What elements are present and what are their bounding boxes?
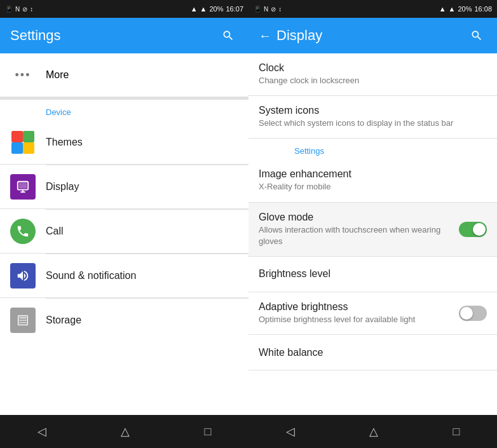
themes-label: Themes bbox=[46, 137, 238, 148]
svg-rect-0 bbox=[11, 131, 23, 142]
right-block-icon: ⊘ bbox=[271, 6, 276, 13]
settings-item-clock[interactable]: Clock Change clock in lockscreen bbox=[248, 53, 497, 96]
right-wifi-icon: ▲ bbox=[439, 5, 446, 13]
right-home-nav[interactable]: △ bbox=[354, 419, 393, 444]
clock-title: Clock bbox=[259, 62, 487, 74]
adaptive-brightness-toggle[interactable] bbox=[459, 306, 487, 321]
right-status-icons: 📱 N ⊘ ↕ bbox=[254, 6, 282, 13]
block-icon: ⊘ bbox=[22, 6, 27, 13]
right-status-right: ▲ ▲ 20% 16:08 bbox=[439, 5, 492, 13]
left-content: ••• More Device Themes bbox=[0, 53, 248, 415]
left-home-nav[interactable]: △ bbox=[106, 419, 145, 444]
themes-icon bbox=[10, 130, 36, 155]
glove-mode-toggle-thumb bbox=[473, 223, 486, 236]
right-nfc-icon: N bbox=[264, 6, 268, 13]
right-signal-icon: ▲ bbox=[449, 5, 456, 13]
sound-icon bbox=[10, 263, 36, 288]
svg-rect-9 bbox=[20, 322, 27, 323]
call-icon bbox=[10, 219, 36, 244]
right-back-nav[interactable]: ◁ bbox=[271, 419, 310, 444]
svg-rect-2 bbox=[11, 142, 23, 154]
system-icons-subtitle: Select which system icons to display in … bbox=[259, 118, 487, 129]
left-time: 16:07 bbox=[226, 5, 243, 13]
more-label: More bbox=[46, 69, 69, 81]
call-label: Call bbox=[46, 226, 238, 237]
nfc-icon: N bbox=[15, 6, 20, 13]
list-item-call[interactable]: Call bbox=[0, 210, 248, 254]
left-status-bar: 📱 N ⊘ ↕ ▲ ▲ 20% 16:07 bbox=[0, 0, 248, 18]
right-panel: 📱 N ⊘ ↕ ▲ ▲ 20% 16:08 ← Display bbox=[248, 0, 497, 448]
left-status-right: ▲ ▲ 20% 16:07 bbox=[191, 5, 243, 13]
more-item[interactable]: ••• More bbox=[0, 53, 248, 97]
adaptive-brightness-toggle-thumb bbox=[460, 307, 473, 320]
sound-label: Sound & notification bbox=[46, 270, 238, 282]
sync-icon: ↕ bbox=[30, 6, 33, 13]
left-search-icon[interactable] bbox=[218, 25, 238, 46]
system-icons-title: System icons bbox=[259, 105, 487, 116]
list-item-display[interactable]: Display bbox=[0, 165, 248, 209]
right-sim-icon: 📱 bbox=[254, 6, 261, 13]
left-app-bar: Settings bbox=[0, 18, 248, 53]
right-recents-nav[interactable]: □ bbox=[437, 420, 475, 444]
settings-item-glove-mode[interactable]: Glove mode Allows interaction with touch… bbox=[248, 203, 497, 257]
left-status-icons: 📱 N ⊘ ↕ bbox=[5, 6, 33, 13]
settings-section-header: Settings bbox=[248, 139, 497, 160]
settings-item-image-enhancement[interactable]: Image enhancement X-Reality for mobile bbox=[248, 160, 497, 202]
list-item-storage[interactable]: Storage bbox=[0, 299, 248, 342]
right-status-bar: 📱 N ⊘ ↕ ▲ ▲ 20% 16:08 bbox=[248, 0, 497, 18]
white-balance-title: White balance bbox=[259, 347, 487, 358]
clock-subtitle: Change clock in lockscreen bbox=[259, 75, 487, 86]
svg-rect-7 bbox=[20, 317, 27, 319]
svg-rect-3 bbox=[23, 142, 34, 154]
left-recents-nav[interactable]: □ bbox=[189, 420, 226, 444]
left-back-nav[interactable]: ◁ bbox=[22, 419, 62, 444]
list-item-sound[interactable]: Sound & notification bbox=[0, 254, 248, 298]
right-app-bar: ← Display bbox=[248, 18, 497, 53]
svg-rect-8 bbox=[20, 320, 27, 321]
list-item-themes[interactable]: Themes bbox=[0, 121, 248, 165]
brightness-title: Brightness level bbox=[259, 268, 487, 280]
image-enhancement-subtitle: X-Reality for mobile bbox=[259, 181, 487, 193]
left-bottom-nav: ◁ △ □ bbox=[0, 415, 248, 448]
right-battery: 20% bbox=[458, 5, 472, 13]
right-content: Clock Change clock in lockscreen System … bbox=[248, 53, 497, 415]
left-app-title: Settings bbox=[10, 27, 61, 44]
right-search-icon[interactable] bbox=[466, 25, 487, 46]
left-wifi-icon: ▲ bbox=[191, 5, 198, 13]
svg-rect-1 bbox=[23, 131, 34, 142]
glove-mode-toggle[interactable] bbox=[459, 222, 487, 237]
right-back-button[interactable]: ← bbox=[259, 29, 271, 43]
storage-icon bbox=[10, 308, 36, 333]
svg-rect-5 bbox=[19, 183, 27, 189]
glove-mode-title: Glove mode bbox=[259, 212, 454, 223]
settings-item-brightness[interactable]: Brightness level bbox=[248, 257, 497, 292]
image-enhancement-title: Image enhancement bbox=[259, 168, 487, 180]
display-icon bbox=[10, 174, 36, 200]
sim-icon: 📱 bbox=[5, 6, 13, 13]
glove-mode-subtitle: Allows interaction with touchscreen when… bbox=[259, 224, 454, 247]
right-app-title: Display bbox=[276, 27, 322, 44]
right-time: 16:08 bbox=[474, 5, 492, 13]
left-panel: 📱 N ⊘ ↕ ▲ ▲ 20% 16:07 Settings ••• bbox=[0, 0, 248, 448]
right-bottom-nav: ◁ △ □ bbox=[248, 415, 497, 448]
left-signal-icon: ▲ bbox=[200, 5, 207, 13]
right-sync-icon: ↕ bbox=[278, 6, 282, 13]
display-label: Display bbox=[46, 181, 238, 193]
adaptive-brightness-subtitle: Optimise brightness level for available … bbox=[259, 314, 454, 325]
storage-label: Storage bbox=[46, 315, 238, 326]
adaptive-brightness-title: Adaptive brightness bbox=[259, 301, 454, 313]
device-section-header: Device bbox=[0, 100, 248, 121]
left-battery: 20% bbox=[209, 5, 223, 13]
settings-item-system-icons[interactable]: System icons Select which system icons t… bbox=[248, 96, 497, 139]
settings-item-adaptive-brightness[interactable]: Adaptive brightness Optimise brightness … bbox=[248, 292, 497, 335]
settings-item-white-balance[interactable]: White balance bbox=[248, 335, 497, 370]
three-dots-icon: ••• bbox=[10, 62, 36, 88]
